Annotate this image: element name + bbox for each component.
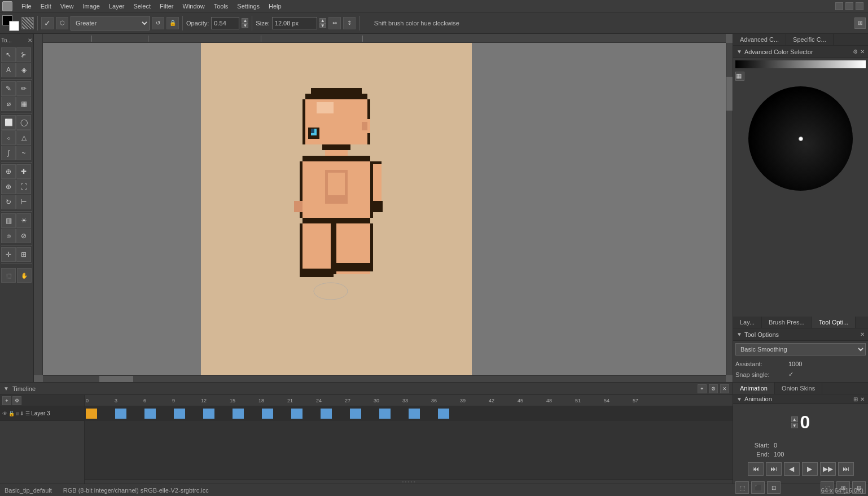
color-selector-collapse[interactable]: ▼ (737, 49, 742, 55)
layer-inherit-icon[interactable]: ⬇ (20, 411, 24, 416)
anim-collapse[interactable]: ▼ (737, 396, 742, 402)
anim-expand-icon[interactable]: ⊞ (853, 396, 858, 402)
skip-first-btn[interactable]: ⏮ (748, 462, 764, 476)
resize-tool[interactable]: ⬚ (1, 268, 16, 283)
measure-btn[interactable]: ⊢ (16, 195, 31, 209)
path-btn[interactable]: ⬦ (1, 130, 16, 145)
polygon-btn[interactable]: △ (16, 130, 31, 145)
opacity-stepper[interactable]: ▲ ▼ (242, 18, 248, 28)
timeline-layer-row[interactable]: 👁 🔓 α ⬇ ☰ Layer 3 (0, 406, 84, 421)
frame-15[interactable] (233, 409, 244, 419)
pencil-tool-btn[interactable]: ✎ (1, 81, 16, 96)
brush-tool-btn[interactable]: ⌀ (1, 96, 16, 111)
menu-edit[interactable]: Edit (36, 2, 56, 11)
timeline-close-btn[interactable]: ✕ (720, 384, 729, 393)
window-minimize[interactable] (835, 2, 843, 10)
layer-settings-btn[interactable]: ⚙ (12, 396, 21, 405)
canvas-content[interactable] (201, 43, 472, 302)
scrollbar-vertical[interactable] (726, 43, 733, 375)
anim-close-icon[interactable]: ✕ (860, 396, 865, 402)
tab-specific-color[interactable]: Specific C... (786, 34, 834, 45)
tab-brush-presets[interactable]: Brush Pres... (762, 317, 812, 328)
arrow-tool-btn[interactable]: ↖ (1, 47, 16, 62)
menu-file[interactable]: File (17, 2, 36, 11)
ellipse-select-btn[interactable]: ◯ (16, 115, 31, 130)
window-close[interactable] (856, 2, 863, 10)
frame-24[interactable] (321, 409, 332, 419)
tool-options-collapse[interactable]: ▼ (737, 331, 742, 337)
menu-window[interactable]: Window (178, 2, 209, 11)
tab-onion-skins[interactable]: Onion Skins (775, 383, 822, 394)
zoom-btn[interactable]: ⊕ (1, 179, 16, 194)
play-btn[interactable]: ▶ (802, 462, 818, 476)
toolbar-expand-icon[interactable]: ⊞ (854, 17, 866, 29)
flip-h-icon[interactable]: ⇔ (328, 17, 341, 29)
bounce-icon[interactable]: ⬛ (751, 481, 765, 494)
brush-mode-select[interactable]: Greater (71, 16, 150, 30)
pan-tool[interactable]: ✋ (17, 268, 32, 283)
text-tool-btn[interactable]: A (1, 63, 16, 77)
calligraphy-btn[interactable]: ~ (16, 146, 31, 160)
menu-filter[interactable]: Filter (155, 2, 178, 11)
menu-image[interactable]: Image (78, 2, 104, 11)
frame-current[interactable] (86, 409, 97, 419)
size-input[interactable]: 12.08 px (272, 17, 317, 29)
tab-layers[interactable]: Lay... (733, 317, 762, 328)
dodge-btn[interactable]: ☀ (16, 213, 31, 228)
layer-menu-icon[interactable]: ☰ (25, 411, 30, 416)
extra-btn[interactable]: ⊞ (16, 247, 31, 262)
frame-30[interactable] (379, 409, 391, 419)
frame-12[interactable] (203, 409, 214, 419)
symmetry-icon[interactable]: ⬡ (56, 17, 68, 29)
timeline-add-btn[interactable]: + (698, 384, 707, 393)
timeline-collapse[interactable]: ▼ (3, 385, 9, 392)
frame-down-btn[interactable]: ▼ (791, 423, 798, 428)
smudge-btn[interactable]: ⌾ (1, 229, 16, 243)
tab-animation[interactable]: Animation (733, 383, 775, 394)
canvas-viewport[interactable] (43, 43, 726, 375)
next-frame-btn[interactable]: ▶▶ (820, 462, 836, 476)
timeline-resize-handle[interactable]: • • • • • (85, 479, 733, 484)
brush-color-swatch[interactable] (2, 15, 19, 31)
transform-btn[interactable]: ↻ (1, 195, 16, 209)
frame-27[interactable] (350, 409, 361, 419)
prev-frame-btn[interactable]: ⏭ (766, 462, 782, 476)
menu-tools[interactable]: Tools (209, 2, 233, 11)
export-icon[interactable]: ⊡ (767, 481, 781, 494)
gradient-btn[interactable]: ▥ (1, 213, 16, 228)
smoothing-select[interactable]: Basic Smoothing No Smoothing Stabilizer … (735, 343, 866, 355)
color-selector-grid-icon[interactable]: ▦ (735, 72, 744, 81)
menu-select[interactable]: Select (129, 2, 155, 11)
reset-icon[interactable]: ↺ (152, 17, 164, 29)
tab-tool-options[interactable]: Tool Opti... (812, 317, 856, 328)
clone-btn[interactable]: ⊕ (1, 164, 16, 179)
frame-up-btn[interactable]: ▲ (791, 416, 798, 422)
skip-last-btn[interactable]: ⏭ (838, 462, 854, 476)
play-back-btn[interactable]: ◀ (784, 462, 800, 476)
frame-33[interactable] (409, 409, 420, 419)
color-selector-close-icon[interactable]: ✕ (860, 49, 865, 55)
crop-btn[interactable]: ⛶ (16, 179, 31, 194)
heal-btn[interactable]: ✚ (16, 164, 31, 179)
menu-view[interactable]: View (56, 2, 78, 11)
tool-options-close-icon[interactable]: ✕ (860, 331, 865, 337)
layer-alpha-icon[interactable]: α (16, 411, 19, 416)
frame-18[interactable] (262, 409, 273, 419)
fill-tool-btn[interactable]: ▦ (16, 96, 31, 111)
flip-v-icon[interactable]: ⇕ (343, 17, 356, 29)
color-wheel-selector[interactable] (799, 137, 803, 141)
layer-lock-icon[interactable]: 🔓 (8, 411, 15, 416)
window-maximize[interactable] (845, 2, 853, 10)
timeline-settings-btn[interactable]: ⚙ (709, 384, 718, 393)
frame-9[interactable] (174, 409, 185, 419)
menu-help[interactable]: Help (264, 2, 286, 11)
frame-21[interactable] (291, 409, 303, 419)
tab-advanced-color[interactable]: Advanced C... (733, 34, 786, 45)
opacity-input[interactable]: 0.54 (211, 17, 239, 29)
add-layer-btn[interactable]: + (2, 396, 11, 405)
move-btn[interactable]: ✛ (1, 247, 16, 262)
color-selector-settings-icon[interactable]: ⚙ (853, 49, 858, 55)
color-wheel[interactable] (748, 86, 853, 191)
layer-eye-icon[interactable]: 👁 (2, 411, 7, 416)
frame-6[interactable] (144, 409, 156, 419)
